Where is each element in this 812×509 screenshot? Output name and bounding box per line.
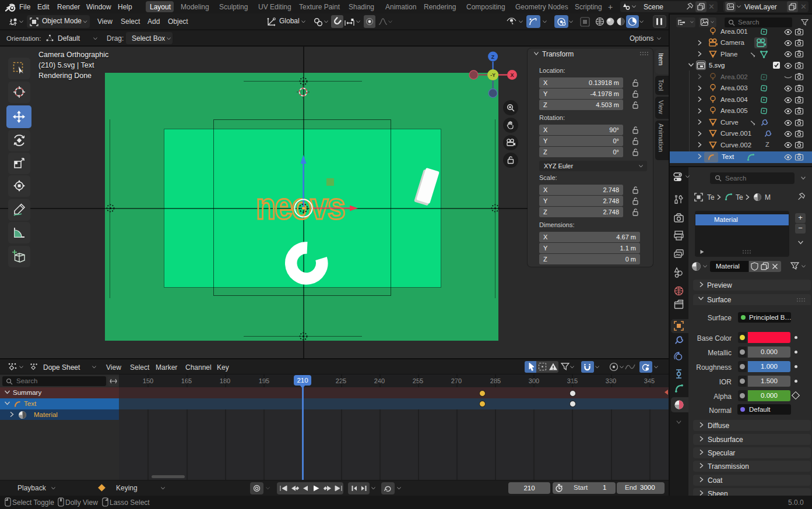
- svg-text:-Y: -Y: [490, 72, 495, 78]
- svg-text:X: X: [510, 72, 514, 78]
- svg-text:Z: Z: [491, 54, 495, 60]
